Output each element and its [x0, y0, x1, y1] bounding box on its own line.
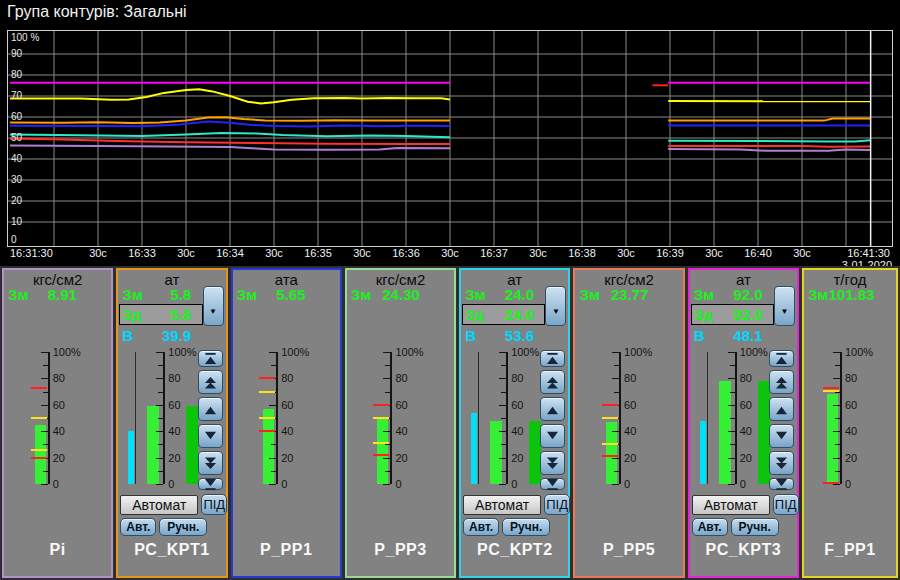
scale-label: 100% — [53, 347, 81, 358]
to-top-button[interactable] — [198, 350, 223, 367]
to-top-button[interactable] — [769, 350, 794, 367]
scale-axis — [163, 352, 165, 484]
scale-tick — [728, 458, 735, 459]
time-tick-label: 16:41:30 — [847, 247, 890, 259]
zm-value: 5.65 — [276, 286, 305, 305]
value-tick-label: 80 — [11, 69, 22, 80]
zm-value: 101.83 — [828, 286, 874, 305]
limit-mark-yellow — [823, 390, 839, 392]
scale-tick — [158, 471, 163, 472]
double-up-icon — [774, 376, 789, 389]
value-tick-label: 40 — [11, 153, 22, 164]
time-tick-label: 30с — [441, 247, 459, 259]
scale-tick — [730, 365, 735, 366]
scale-tick — [614, 471, 619, 472]
to-bottom-button[interactable] — [198, 478, 223, 490]
measured-bar — [719, 381, 731, 484]
scale-tick — [269, 458, 276, 459]
scale-axis — [276, 352, 278, 484]
zm-label: Зм — [351, 286, 381, 305]
limit-mark-yellow — [31, 417, 47, 419]
down-button[interactable] — [540, 424, 565, 448]
zm-value: 24.0 — [505, 286, 534, 305]
pid-button[interactable]: ПІД — [773, 494, 799, 515]
down-button[interactable] — [198, 424, 223, 448]
double-up-button[interactable] — [198, 370, 223, 394]
scale-label: 80 — [511, 373, 523, 384]
scale-tick — [43, 392, 48, 393]
scale-tick — [269, 484, 276, 485]
to-bottom-button[interactable] — [540, 478, 565, 490]
up-button[interactable] — [198, 397, 223, 421]
zd-label: Зд — [465, 306, 495, 325]
scale-label: 20 — [395, 453, 407, 464]
gauge: 020406080100% — [585, 348, 669, 490]
ruchn-button[interactable]: Ручн. — [502, 518, 550, 536]
scale-tick — [501, 444, 506, 445]
limit-mark-yellow — [259, 391, 275, 393]
ruchn-button[interactable]: Ручн. — [731, 518, 779, 536]
scale-tick — [43, 444, 48, 445]
up-button[interactable] — [769, 397, 794, 421]
up-button[interactable] — [540, 397, 565, 421]
step-buttons — [198, 350, 223, 490]
avt-button[interactable]: Авт. — [692, 518, 728, 536]
automat-button[interactable]: Автомат — [463, 495, 541, 515]
scale-label: 60 — [53, 400, 65, 411]
time-tick-label: 16:37 — [480, 247, 508, 259]
trend-orange — [668, 119, 870, 121]
faceplate-strip: кгс/см2Зм8.91020406080100%PiатЗм5.8Зд5.8… — [0, 266, 900, 580]
time-tick-label: 16:35 — [304, 247, 332, 259]
step-buttons — [540, 350, 565, 490]
avt-button[interactable]: Авт. — [120, 518, 156, 536]
scale-tick — [156, 378, 163, 379]
scale-label: 20 — [168, 453, 180, 464]
pid-button[interactable]: ПІД — [544, 494, 570, 515]
ruchn-button[interactable]: Ручн. — [159, 518, 207, 536]
zd-label: Зд — [122, 306, 152, 325]
double-down-button[interactable] — [540, 451, 565, 475]
double-up-button[interactable] — [540, 370, 565, 394]
zm-label: Зм — [694, 286, 724, 305]
up-icon — [203, 403, 218, 416]
avt-button[interactable]: Авт. — [463, 518, 499, 536]
setpoint-spinner-button[interactable]: ▼ — [545, 286, 566, 326]
gauge: 020406080100% — [806, 348, 890, 490]
time-tick-label: 16:36 — [392, 247, 420, 259]
valve-position-bar — [471, 413, 477, 484]
scale-tick — [499, 458, 506, 459]
double-up-button[interactable] — [769, 370, 794, 394]
scale-tick — [833, 431, 840, 432]
scale-label: 0 — [395, 479, 401, 490]
scale-tick — [385, 365, 390, 366]
scale-label: 80 — [740, 373, 752, 384]
double-down-button[interactable] — [198, 451, 223, 475]
trend-chart — [8, 31, 892, 246]
scale-label: 0 — [740, 479, 746, 490]
scale-tick — [158, 365, 163, 366]
zm-row: Зм24.30 — [351, 286, 452, 305]
scale-label: 80 — [395, 373, 407, 384]
to-bottom-button[interactable] — [769, 478, 794, 490]
setpoint-spinner-button[interactable]: ▼ — [774, 286, 795, 326]
scale-tick — [271, 365, 276, 366]
scale-label: 20 — [53, 453, 65, 464]
value-tick-label: 10 — [11, 216, 22, 227]
scale-tick — [730, 471, 735, 472]
scale-tick — [501, 418, 506, 419]
double-down-button[interactable] — [769, 451, 794, 475]
scale-label: 40 — [395, 426, 407, 437]
trend-red — [668, 146, 870, 147]
automat-button[interactable]: Автомат — [692, 495, 770, 515]
scale-label: 20 — [845, 453, 857, 464]
pid-button[interactable]: ПІД — [201, 494, 227, 515]
setpoint-spinner-button[interactable]: ▼ — [203, 286, 224, 326]
scale-label: 40 — [624, 426, 636, 437]
scale-label: 100% — [168, 347, 196, 358]
down-button[interactable] — [769, 424, 794, 448]
to-top-button[interactable] — [540, 350, 565, 367]
valve-row: В39.9 — [122, 327, 223, 346]
automat-button[interactable]: Автомат — [120, 495, 198, 515]
scale-tick — [612, 352, 619, 353]
zm-label: Зм — [237, 286, 267, 305]
